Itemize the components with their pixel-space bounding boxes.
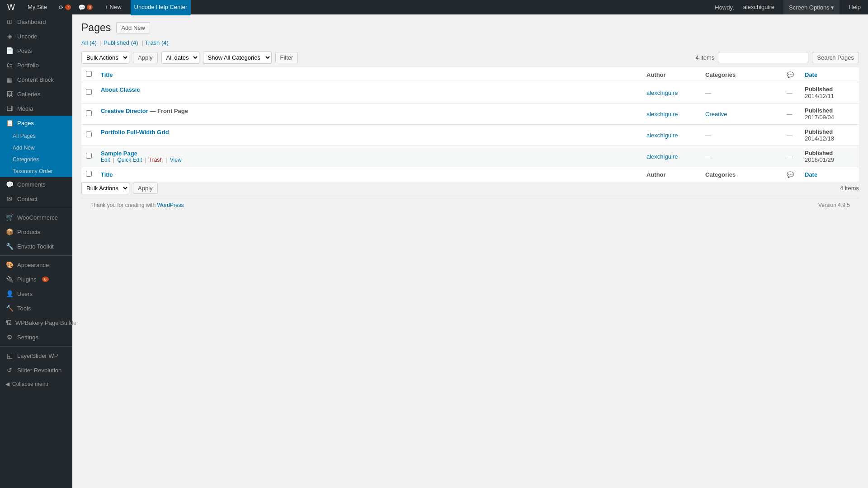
wp-logo[interactable]: W	[4, 3, 19, 12]
sidebar-item-plugins[interactable]: 🔌Plugins6	[0, 272, 72, 286]
submenu-categories[interactable]: Categories	[0, 154, 72, 165]
items-count-top: 4 items	[695, 54, 714, 61]
sidebar-item-envato[interactable]: 🔧Envato Toolkit	[0, 239, 72, 253]
bulk-actions-select-bottom[interactable]: Bulk Actions	[81, 182, 129, 194]
row-author-4: alexchiguire	[642, 146, 701, 167]
submenu-add-new[interactable]: Add New	[0, 142, 72, 154]
sidebar-item-uncode[interactable]: ◈Uncode	[0, 29, 72, 43]
page-link-2[interactable]: Creative Director	[101, 108, 148, 114]
submenu-all-pages[interactable]: All Pages	[0, 130, 72, 142]
col-footer-date[interactable]: Date	[800, 167, 859, 182]
adminbar-updates[interactable]: ⟳ 7	[56, 4, 74, 11]
bulk-actions-select-top[interactable]: Bulk Actions	[81, 52, 129, 64]
portfolio-icon: 🗂	[5, 61, 14, 69]
view-action[interactable]: View	[170, 157, 182, 163]
dates-select[interactable]: All dates	[161, 52, 199, 64]
col-header-comments: 💬	[782, 67, 800, 82]
sidebar-item-contact[interactable]: ✉Contact	[0, 192, 72, 206]
updates-count: 7	[65, 5, 71, 10]
content-block-icon: ▦	[5, 76, 14, 83]
page-link-3[interactable]: Portfolio Full-Width Grid	[101, 129, 169, 136]
adminbar-username[interactable]: alexchiguire	[740, 0, 778, 14]
trash-action[interactable]: Trash	[149, 157, 163, 163]
select-all-header[interactable]	[81, 67, 96, 82]
row-comments-3: —	[782, 125, 800, 146]
apply-button-top[interactable]: Apply	[133, 52, 158, 63]
adminbar-new[interactable]: + New	[101, 0, 125, 14]
add-new-button[interactable]: Add New	[116, 22, 150, 33]
sidebar-item-pages[interactable]: 📋Pages All Pages Add New Categories Taxo…	[0, 116, 72, 177]
edit-action[interactable]: Edit	[101, 157, 110, 163]
col-header-date[interactable]: Date	[800, 67, 859, 82]
sidebar-item-tools[interactable]: 🔨Tools	[0, 301, 72, 315]
appearance-icon: 🎨	[5, 261, 14, 268]
author-link-2[interactable]: alexchiguire	[646, 111, 678, 117]
filter-trash[interactable]: Trash (4)	[145, 39, 169, 46]
sidebar-item-dashboard[interactable]: ⊞Dashboard	[0, 14, 72, 29]
search-button[interactable]: Search Pages	[812, 52, 859, 63]
row-title-3: Portfolio Full-Width Grid Edit | Quick E…	[96, 125, 642, 146]
sidebar-item-comments[interactable]: 💬Comments	[0, 177, 72, 192]
products-icon: 📦	[5, 228, 14, 235]
sidebar-item-woocommerce[interactable]: 🛒WooCommerce	[0, 210, 72, 225]
submenu-taxonomy-order[interactable]: Taxonomy Order	[0, 165, 72, 177]
quick-edit-action[interactable]: Quick Edit	[118, 157, 142, 163]
screen-options-button[interactable]: Screen Options	[783, 0, 840, 14]
settings-icon: ⚙	[5, 333, 14, 341]
sidebar-item-posts[interactable]: 📄Posts	[0, 43, 72, 58]
adminbar-site[interactable]: My Site	[24, 0, 51, 14]
woocommerce-icon: 🛒	[5, 214, 14, 221]
admin-bar: W My Site ⟳ 7 💬 0 + New Uncode Help Cent…	[0, 0, 868, 14]
comments-footer-icon: 💬	[787, 171, 794, 178]
filter-button[interactable]: Filter	[275, 52, 298, 63]
select-all-checkbox[interactable]	[86, 71, 92, 77]
adminbar-comments[interactable]: 💬 0	[75, 4, 95, 11]
row-checkbox-4[interactable]	[81, 146, 96, 167]
sidebar-item-appearance[interactable]: 🎨Appearance	[0, 258, 72, 272]
sidebar-item-media[interactable]: 🎞Media	[0, 101, 72, 116]
footer-credit: Thank you for creating with WordPress	[90, 202, 184, 208]
sidebar-item-wpbakery[interactable]: 🏗WPBakery Page Builder	[0, 315, 72, 330]
users-icon: 👤	[5, 290, 14, 297]
sidebar-item-settings[interactable]: ⚙Settings	[0, 330, 72, 344]
page-filter-nav: All (4) | Published (4) | Trash (4)	[81, 39, 859, 46]
adminbar-help[interactable]: Help	[845, 0, 864, 14]
sidebar-item-products[interactable]: 📦Products	[0, 225, 72, 239]
select-all-footer[interactable]	[81, 167, 96, 182]
collapse-menu[interactable]: ◀ Collapse menu	[0, 377, 72, 391]
page-link-1[interactable]: About Classic	[101, 86, 140, 93]
search-input[interactable]	[718, 52, 808, 63]
row-checkbox-1[interactable]	[81, 82, 96, 103]
filter-published[interactable]: Published (4) |	[104, 39, 145, 46]
apply-button-bottom[interactable]: Apply	[133, 183, 158, 194]
filter-all[interactable]: All (4) |	[81, 39, 104, 46]
table-footer-row: Title Author Categories 💬 Date	[81, 167, 859, 182]
author-link-4[interactable]: alexchiguire	[646, 153, 678, 160]
sidebar-item-layerslider[interactable]: ◱LayerSlider WP	[0, 348, 72, 363]
adminbar-help-center[interactable]: Uncode Help Center	[131, 0, 191, 15]
author-link-3[interactable]: alexchiguire	[646, 132, 678, 139]
row-comments-2: —	[782, 103, 800, 125]
page-link-4[interactable]: Sample Page	[101, 150, 137, 157]
sidebar-item-content-block[interactable]: ▦Content Block	[0, 72, 72, 87]
sidebar-item-galleries[interactable]: 🖼Galleries	[0, 87, 72, 101]
col-header-title[interactable]: Title	[96, 67, 642, 82]
row-comments-4: —	[782, 146, 800, 167]
categories-select[interactable]: Show All Categories	[203, 52, 272, 64]
admin-sidebar: ⊞Dashboard ◈Uncode 📄Posts 🗂Portfolio ▦Co…	[0, 14, 72, 488]
wordpress-link[interactable]: WordPress	[157, 202, 184, 208]
pages-icon: 📋	[5, 119, 14, 127]
row-checkbox-2[interactable]	[81, 103, 96, 125]
select-all-footer-checkbox[interactable]	[86, 171, 92, 177]
author-link-1[interactable]: alexchiguire	[646, 89, 678, 96]
row-checkbox-3[interactable]	[81, 125, 96, 146]
sidebar-item-portfolio[interactable]: 🗂Portfolio	[0, 58, 72, 72]
col-footer-title[interactable]: Title	[96, 167, 642, 182]
sidebar-item-slider-revolution[interactable]: ↺Slider Revolution	[0, 363, 72, 377]
collapse-icon: ◀	[5, 381, 9, 387]
row-date-2: Published 2017/09/04	[800, 103, 859, 125]
row-title-2: Creative Director — Front Page Edit | Qu…	[96, 103, 642, 125]
items-count-bottom: 4 items	[840, 185, 859, 192]
media-icon: 🎞	[5, 105, 14, 112]
sidebar-item-users[interactable]: 👤Users	[0, 286, 72, 301]
